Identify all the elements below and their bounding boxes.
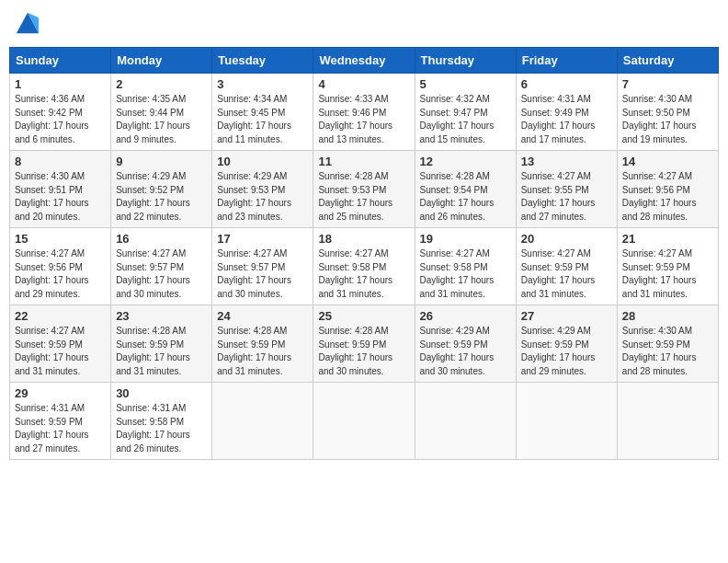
day-number: 4 bbox=[318, 77, 409, 91]
day-number: 16 bbox=[116, 232, 207, 246]
day-info: Sunrise: 4:30 AMSunset: 9:59 PMDaylight:… bbox=[622, 325, 713, 378]
day-info: Sunrise: 4:33 AMSunset: 9:46 PMDaylight:… bbox=[318, 93, 409, 146]
calendar-week-row: 22Sunrise: 4:27 AMSunset: 9:59 PMDayligh… bbox=[10, 305, 719, 383]
calendar-cell: 10Sunrise: 4:29 AMSunset: 9:53 PMDayligh… bbox=[212, 151, 313, 228]
day-number: 11 bbox=[318, 155, 409, 168]
calendar-cell: 24Sunrise: 4:28 AMSunset: 9:59 PMDayligh… bbox=[212, 305, 313, 383]
day-number: 5 bbox=[420, 77, 511, 91]
day-info: Sunrise: 4:31 AMSunset: 9:59 PMDaylight:… bbox=[15, 402, 106, 455]
day-number: 17 bbox=[217, 232, 308, 246]
calendar-cell: 4Sunrise: 4:33 AMSunset: 9:46 PMDaylight… bbox=[313, 74, 415, 151]
day-number: 28 bbox=[622, 309, 713, 323]
calendar-cell: 29Sunrise: 4:31 AMSunset: 9:59 PMDayligh… bbox=[10, 383, 111, 460]
column-header-wednesday: Wednesday bbox=[313, 48, 415, 74]
day-number: 29 bbox=[15, 386, 106, 400]
calendar-cell: 27Sunrise: 4:29 AMSunset: 9:59 PMDayligh… bbox=[516, 305, 617, 383]
day-number: 19 bbox=[420, 232, 511, 246]
calendar-cell: 3Sunrise: 4:34 AMSunset: 9:45 PMDaylight… bbox=[212, 74, 313, 151]
day-info: Sunrise: 4:27 AMSunset: 9:58 PMDaylight:… bbox=[420, 247, 511, 301]
column-header-friday: Friday bbox=[516, 48, 617, 74]
day-info: Sunrise: 4:27 AMSunset: 9:59 PMDaylight:… bbox=[622, 247, 713, 301]
day-number: 15 bbox=[15, 232, 106, 246]
day-info: Sunrise: 4:27 AMSunset: 9:57 PMDaylight:… bbox=[116, 247, 207, 301]
day-info: Sunrise: 4:27 AMSunset: 9:55 PMDaylight:… bbox=[521, 170, 612, 224]
calendar-cell: 12Sunrise: 4:28 AMSunset: 9:54 PMDayligh… bbox=[415, 151, 516, 228]
column-header-thursday: Thursday bbox=[415, 48, 516, 74]
day-info: Sunrise: 4:29 AMSunset: 9:59 PMDaylight:… bbox=[521, 325, 612, 378]
day-info: Sunrise: 4:27 AMSunset: 9:59 PMDaylight:… bbox=[521, 247, 612, 301]
day-info: Sunrise: 4:30 AMSunset: 9:50 PMDaylight:… bbox=[622, 93, 713, 146]
column-header-tuesday: Tuesday bbox=[212, 48, 313, 74]
day-info: Sunrise: 4:28 AMSunset: 9:54 PMDaylight:… bbox=[420, 170, 511, 224]
calendar-cell: 20Sunrise: 4:27 AMSunset: 9:59 PMDayligh… bbox=[516, 228, 617, 305]
day-number: 25 bbox=[318, 309, 409, 323]
day-info: Sunrise: 4:34 AMSunset: 9:45 PMDaylight:… bbox=[217, 93, 308, 146]
calendar-week-row: 8Sunrise: 4:30 AMSunset: 9:51 PMDaylight… bbox=[10, 151, 719, 228]
calendar-cell bbox=[516, 383, 617, 460]
day-info: Sunrise: 4:32 AMSunset: 9:47 PMDaylight:… bbox=[420, 93, 511, 146]
calendar-header-row: SundayMondayTuesdayWednesdayThursdayFrid… bbox=[10, 48, 719, 74]
calendar-table: SundayMondayTuesdayWednesdayThursdayFrid… bbox=[9, 47, 719, 460]
calendar-cell: 15Sunrise: 4:27 AMSunset: 9:56 PMDayligh… bbox=[10, 228, 111, 305]
calendar-cell: 9Sunrise: 4:29 AMSunset: 9:52 PMDaylight… bbox=[111, 151, 212, 228]
calendar-cell: 8Sunrise: 4:30 AMSunset: 9:51 PMDaylight… bbox=[10, 151, 111, 228]
calendar-cell bbox=[617, 383, 718, 460]
day-info: Sunrise: 4:29 AMSunset: 9:59 PMDaylight:… bbox=[420, 325, 511, 378]
calendar-cell: 25Sunrise: 4:28 AMSunset: 9:59 PMDayligh… bbox=[313, 305, 415, 383]
day-number: 6 bbox=[521, 77, 612, 91]
day-number: 27 bbox=[521, 309, 612, 323]
day-number: 23 bbox=[116, 309, 207, 323]
calendar-cell: 11Sunrise: 4:28 AMSunset: 9:53 PMDayligh… bbox=[313, 151, 415, 228]
calendar-week-row: 1Sunrise: 4:36 AMSunset: 9:42 PMDaylight… bbox=[10, 74, 719, 151]
calendar-cell: 18Sunrise: 4:27 AMSunset: 9:58 PMDayligh… bbox=[313, 228, 415, 305]
day-info: Sunrise: 4:31 AMSunset: 9:58 PMDaylight:… bbox=[116, 402, 207, 455]
day-number: 8 bbox=[15, 155, 106, 168]
calendar-cell: 16Sunrise: 4:27 AMSunset: 9:57 PMDayligh… bbox=[111, 228, 212, 305]
day-info: Sunrise: 4:27 AMSunset: 9:59 PMDaylight:… bbox=[15, 325, 106, 378]
calendar-cell: 28Sunrise: 4:30 AMSunset: 9:59 PMDayligh… bbox=[617, 305, 718, 383]
calendar-cell: 23Sunrise: 4:28 AMSunset: 9:59 PMDayligh… bbox=[111, 305, 212, 383]
calendar-cell: 5Sunrise: 4:32 AMSunset: 9:47 PMDaylight… bbox=[415, 74, 516, 151]
day-info: Sunrise: 4:29 AMSunset: 9:53 PMDaylight:… bbox=[217, 170, 308, 224]
logo bbox=[13, 9, 40, 40]
calendar-cell: 7Sunrise: 4:30 AMSunset: 9:50 PMDaylight… bbox=[617, 74, 718, 151]
calendar-cell: 14Sunrise: 4:27 AMSunset: 9:56 PMDayligh… bbox=[617, 151, 718, 228]
day-number: 13 bbox=[521, 155, 612, 168]
day-info: Sunrise: 4:28 AMSunset: 9:59 PMDaylight:… bbox=[217, 325, 308, 378]
day-info: Sunrise: 4:35 AMSunset: 9:44 PMDaylight:… bbox=[116, 93, 207, 146]
day-info: Sunrise: 4:27 AMSunset: 9:56 PMDaylight:… bbox=[15, 247, 106, 301]
day-number: 30 bbox=[116, 386, 207, 400]
day-number: 9 bbox=[116, 155, 207, 168]
calendar-week-row: 15Sunrise: 4:27 AMSunset: 9:56 PMDayligh… bbox=[10, 228, 719, 305]
day-info: Sunrise: 4:30 AMSunset: 9:51 PMDaylight:… bbox=[15, 170, 106, 224]
day-number: 1 bbox=[15, 77, 106, 91]
day-number: 12 bbox=[420, 155, 511, 168]
calendar-cell: 13Sunrise: 4:27 AMSunset: 9:55 PMDayligh… bbox=[516, 151, 617, 228]
day-number: 20 bbox=[521, 232, 612, 246]
day-info: Sunrise: 4:29 AMSunset: 9:52 PMDaylight:… bbox=[116, 170, 207, 224]
calendar-cell: 26Sunrise: 4:29 AMSunset: 9:59 PMDayligh… bbox=[415, 305, 516, 383]
day-info: Sunrise: 4:36 AMSunset: 9:42 PMDaylight:… bbox=[15, 93, 106, 146]
calendar-cell bbox=[313, 383, 415, 460]
day-number: 21 bbox=[622, 232, 713, 246]
logo-icon bbox=[15, 9, 40, 35]
day-info: Sunrise: 4:27 AMSunset: 9:58 PMDaylight:… bbox=[318, 247, 409, 301]
calendar-cell bbox=[415, 383, 516, 460]
calendar-cell: 21Sunrise: 4:27 AMSunset: 9:59 PMDayligh… bbox=[617, 228, 718, 305]
day-number: 10 bbox=[217, 155, 308, 168]
header bbox=[9, 9, 719, 40]
day-number: 2 bbox=[116, 77, 207, 91]
day-number: 26 bbox=[420, 309, 511, 323]
calendar-cell: 22Sunrise: 4:27 AMSunset: 9:59 PMDayligh… bbox=[10, 305, 111, 383]
calendar-cell: 2Sunrise: 4:35 AMSunset: 9:44 PMDaylight… bbox=[111, 74, 212, 151]
calendar-cell bbox=[212, 383, 313, 460]
calendar-week-row: 29Sunrise: 4:31 AMSunset: 9:59 PMDayligh… bbox=[10, 383, 719, 460]
day-number: 24 bbox=[217, 309, 308, 323]
calendar-cell: 19Sunrise: 4:27 AMSunset: 9:58 PMDayligh… bbox=[415, 228, 516, 305]
column-header-saturday: Saturday bbox=[617, 48, 718, 74]
day-info: Sunrise: 4:28 AMSunset: 9:59 PMDaylight:… bbox=[116, 325, 207, 378]
day-info: Sunrise: 4:31 AMSunset: 9:49 PMDaylight:… bbox=[521, 93, 612, 146]
calendar-cell: 17Sunrise: 4:27 AMSunset: 9:57 PMDayligh… bbox=[212, 228, 313, 305]
day-number: 7 bbox=[622, 77, 713, 91]
day-number: 3 bbox=[217, 77, 308, 91]
